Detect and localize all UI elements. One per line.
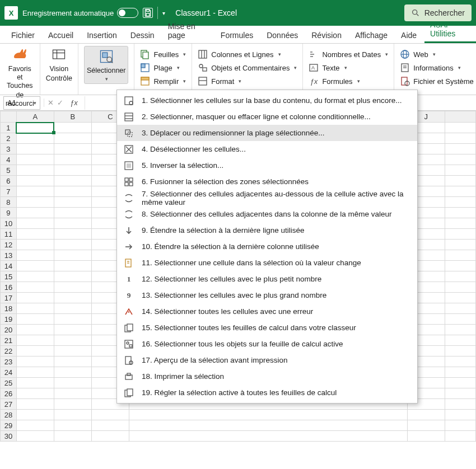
cell[interactable] xyxy=(54,165,91,176)
cell[interactable] xyxy=(54,282,91,293)
row-header[interactable]: 22 xyxy=(1,346,17,357)
cell[interactable] xyxy=(445,367,475,378)
row-header[interactable]: 30 xyxy=(1,431,17,442)
cell[interactable] xyxy=(16,399,54,410)
save-icon[interactable] xyxy=(143,8,153,18)
menu-item-5[interactable]: 5. Inverser la sélection... xyxy=(117,157,417,173)
tab-data[interactable]: Données xyxy=(261,27,304,43)
remplir-button[interactable]: Remplir▾ xyxy=(140,76,186,86)
cell[interactable] xyxy=(54,208,91,218)
cell[interactable] xyxy=(54,335,91,346)
tab-draw[interactable]: Dessin xyxy=(125,27,160,43)
menu-item-15[interactable]: 15. Sélectionner toutes les feuilles de … xyxy=(117,320,417,336)
cell[interactable] xyxy=(445,176,475,186)
menu-item-4[interactable]: 4. Désélectionner les cellules... xyxy=(117,141,417,157)
cell[interactable] xyxy=(445,261,475,271)
menu-item-18[interactable]: 18. Imprimer la sélection xyxy=(117,368,417,384)
row-header[interactable]: 29 xyxy=(1,420,17,431)
menu-item-11[interactable]: 11. Sélectionner une cellule dans la sél… xyxy=(117,255,417,271)
menu-item-12[interactable]: 112. Sélectionner les cellules avec le p… xyxy=(117,271,417,287)
cell[interactable] xyxy=(16,431,54,442)
cell[interactable] xyxy=(54,229,91,240)
cell[interactable] xyxy=(16,133,54,144)
cell[interactable] xyxy=(16,240,54,250)
cell[interactable] xyxy=(54,144,91,154)
cell[interactable] xyxy=(54,261,91,271)
cell[interactable] xyxy=(16,335,54,346)
cell[interactable] xyxy=(445,123,475,133)
row-header[interactable]: 13 xyxy=(1,250,17,261)
cell[interactable] xyxy=(16,325,54,335)
nombres-button[interactable]: Nombres et Dates▾ xyxy=(309,49,388,59)
cell[interactable] xyxy=(445,357,475,367)
cell[interactable] xyxy=(445,378,475,388)
cell[interactable] xyxy=(16,314,54,325)
row-header[interactable]: 26 xyxy=(1,388,17,399)
tab-insert[interactable]: Insertion xyxy=(81,27,123,43)
cell[interactable] xyxy=(129,420,407,431)
cell[interactable] xyxy=(91,410,129,420)
cell[interactable] xyxy=(16,420,54,431)
plage-button[interactable]: Plage▾ xyxy=(140,63,186,73)
cell[interactable] xyxy=(445,388,475,399)
formules-button[interactable]: ƒxFormules▾ xyxy=(309,76,388,86)
qat-customize-icon[interactable]: ▾ xyxy=(162,10,165,16)
cell[interactable] xyxy=(54,303,91,314)
col-header[interactable]: B xyxy=(54,111,91,123)
row-header[interactable]: 21 xyxy=(1,335,17,346)
cell[interactable] xyxy=(54,346,91,357)
tab-help[interactable]: Aide xyxy=(395,27,422,43)
cell[interactable] xyxy=(54,197,91,208)
cell[interactable] xyxy=(445,197,475,208)
cell[interactable] xyxy=(445,133,475,144)
cell[interactable] xyxy=(54,186,91,197)
cell[interactable] xyxy=(54,314,91,325)
cell[interactable] xyxy=(54,176,91,186)
cell[interactable] xyxy=(16,154,54,165)
row-header[interactable]: 2 xyxy=(1,133,17,144)
cell[interactable] xyxy=(54,367,91,378)
row-header[interactable]: 8 xyxy=(1,197,17,208)
row-header[interactable]: 15 xyxy=(1,271,17,282)
cell[interactable] xyxy=(445,420,475,431)
cell[interactable] xyxy=(54,420,91,431)
cell[interactable] xyxy=(445,250,475,261)
cell[interactable] xyxy=(54,378,91,388)
cell[interactable] xyxy=(445,218,475,229)
cell[interactable] xyxy=(54,399,91,410)
menu-item-13[interactable]: 913. Sélectionner les cellules avec le p… xyxy=(117,287,417,303)
row-header[interactable]: 14 xyxy=(1,261,17,271)
cell[interactable] xyxy=(16,165,54,176)
cell[interactable] xyxy=(16,229,54,240)
fx-icon[interactable]: ƒx xyxy=(70,99,78,107)
feuilles-button[interactable]: Feuilles▾ xyxy=(140,49,186,59)
col-header[interactable]: A xyxy=(16,111,54,123)
objets-button[interactable]: Objets et Commentaires▾ xyxy=(198,63,297,73)
cell[interactable] xyxy=(16,261,54,271)
cell[interactable] xyxy=(445,208,475,218)
row-header[interactable]: 23 xyxy=(1,357,17,367)
fichier-sys-button[interactable]: Fichier et Système▾ xyxy=(400,76,476,86)
cell[interactable] xyxy=(445,399,475,410)
autosave-toggle[interactable]: Enregistrement automatique xyxy=(22,8,138,18)
menu-item-8[interactable]: 8. Sélectionner des cellules adjacentes … xyxy=(117,206,417,222)
row-header[interactable]: 28 xyxy=(1,410,17,420)
cell[interactable] xyxy=(54,293,91,303)
cell[interactable] xyxy=(445,335,475,346)
cell[interactable] xyxy=(16,303,54,314)
cell[interactable] xyxy=(129,410,407,420)
row-header[interactable]: 20 xyxy=(1,325,17,335)
tab-layout[interactable]: Mise en page xyxy=(162,18,213,43)
tab-view[interactable]: Affichage xyxy=(349,27,393,43)
cell[interactable] xyxy=(16,144,54,154)
cell[interactable] xyxy=(407,431,445,442)
texte-button[interactable]: ATexte▾ xyxy=(309,63,388,73)
colonnes-button[interactable]: Colonnes et Lignes▾ xyxy=(198,49,297,59)
row-header[interactable]: 11 xyxy=(1,229,17,240)
row-header[interactable]: 18 xyxy=(1,303,17,314)
cell[interactable] xyxy=(445,303,475,314)
menu-item-6[interactable]: 6. Fusionner la sélection des zones séle… xyxy=(117,173,417,190)
menu-item-17[interactable]: 17. Aperçu de la sélection avant impress… xyxy=(117,352,417,368)
cell[interactable] xyxy=(54,410,91,420)
cell[interactable] xyxy=(407,420,445,431)
